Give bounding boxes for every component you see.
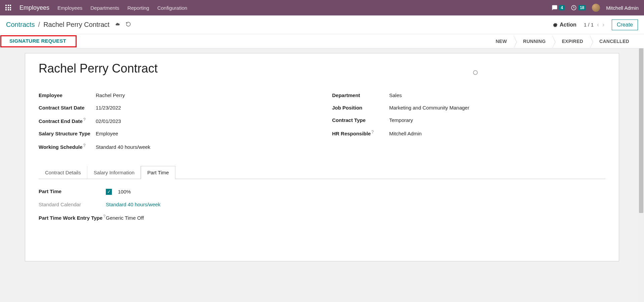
label-contract-type: Contract Type bbox=[332, 117, 389, 123]
label-hr-responsible: HR Responsible? bbox=[332, 130, 389, 136]
field-standard-calendar: Standard Calendar Standard 40 hours/week bbox=[39, 202, 605, 207]
nav-reporting[interactable]: Reporting bbox=[127, 5, 149, 11]
status-expired[interactable]: EXPIRED bbox=[552, 35, 590, 47]
value-department[interactable]: Sales bbox=[389, 92, 402, 98]
label-standard-calendar: Standard Calendar bbox=[39, 202, 106, 207]
nav-configuration[interactable]: Configuration bbox=[157, 5, 187, 11]
sheet-inner: Rachel Perry Contract Employee Rachel Pe… bbox=[39, 61, 605, 221]
field-part-time: Part Time ✓ 100% bbox=[39, 188, 605, 195]
value-part-time: ✓ 100% bbox=[106, 189, 131, 195]
value-contract-type[interactable]: Temporary bbox=[389, 117, 413, 123]
label-working-schedule: Working Schedule? bbox=[39, 143, 96, 150]
content-wrap: Rachel Perry Contract Employee Rachel Pe… bbox=[0, 48, 644, 302]
form-col-left: Employee Rachel Perry Contract Start Dat… bbox=[39, 92, 312, 157]
label-employee: Employee bbox=[39, 92, 96, 98]
messages-badge: 4 bbox=[559, 5, 565, 10]
tab-part-time[interactable]: Part Time bbox=[141, 166, 175, 179]
breadcrumb-sep: / bbox=[38, 21, 40, 29]
field-employee: Employee Rachel Perry bbox=[39, 92, 312, 98]
messages-indicator[interactable]: 4 bbox=[552, 5, 565, 11]
value-job-position[interactable]: Marketing and Community Manager bbox=[389, 105, 469, 111]
breadcrumb: Contracts / Rachel Perry Contract bbox=[6, 21, 131, 29]
kanban-state-indicator[interactable] bbox=[473, 70, 478, 75]
app-name[interactable]: Employees bbox=[19, 4, 49, 11]
tab-content-part-time: Part Time ✓ 100% Standard Calendar Stand… bbox=[39, 179, 605, 221]
label-salary-structure: Salary Structure Type bbox=[39, 131, 96, 136]
pager-value: 1 / 1 bbox=[584, 22, 594, 28]
field-working-schedule: Working Schedule? Standard 40 hours/week bbox=[39, 143, 312, 150]
value-working-schedule[interactable]: Standard 40 hours/week bbox=[96, 144, 151, 150]
field-end-date: Contract End Date? 02/01/2023 bbox=[39, 117, 312, 124]
action-label: Action bbox=[560, 22, 576, 28]
top-navbar: Employees Employees Departments Reportin… bbox=[0, 0, 644, 15]
value-end-date[interactable]: 02/01/2023 bbox=[96, 118, 121, 124]
value-hr-responsible[interactable]: Mitchell Admin bbox=[389, 131, 422, 136]
value-employee[interactable]: Rachel Perry bbox=[96, 92, 125, 98]
nav-employees[interactable]: Employees bbox=[57, 5, 82, 11]
field-hr-responsible: HR Responsible? Mitchell Admin bbox=[332, 130, 606, 136]
cloud-icon[interactable] bbox=[115, 22, 120, 28]
scrollbar[interactable] bbox=[638, 48, 644, 302]
form-sheet: Rachel Perry Contract Employee Rachel Pe… bbox=[25, 53, 619, 261]
label-start-date: Contract Start Date bbox=[39, 105, 96, 111]
clock-icon bbox=[571, 5, 577, 11]
label-part-time: Part Time bbox=[39, 188, 106, 194]
nav-departments[interactable]: Departments bbox=[90, 5, 119, 11]
value-standard-calendar[interactable]: Standard 40 hours/week bbox=[106, 202, 161, 207]
tab-salary-information[interactable]: Salary Information bbox=[87, 166, 141, 179]
apps-menu-icon[interactable] bbox=[5, 5, 11, 11]
control-right: Action 1 / 1 ‹ › Create bbox=[552, 19, 638, 30]
navbar-right: 4 18 Mitchell Admin bbox=[552, 4, 639, 12]
navbar-left: Employees Employees Departments Reportin… bbox=[5, 4, 187, 11]
label-work-entry-type: Part Time Work Entry Type? bbox=[39, 214, 106, 221]
field-work-entry-type: Part Time Work Entry Type? Generic Time … bbox=[39, 214, 605, 221]
record-title: Rachel Perry Contract bbox=[39, 61, 605, 76]
label-department: Department bbox=[332, 92, 389, 98]
pager-next-icon[interactable]: › bbox=[602, 21, 604, 28]
undo-icon[interactable] bbox=[126, 21, 131, 28]
gear-icon bbox=[552, 22, 558, 28]
breadcrumb-parent[interactable]: Contracts bbox=[6, 21, 35, 29]
field-start-date: Contract Start Date 11/23/2022 bbox=[39, 105, 312, 111]
user-name[interactable]: Mitchell Admin bbox=[606, 5, 639, 11]
scrollbar-thumb[interactable] bbox=[639, 48, 643, 213]
status-new[interactable]: NEW bbox=[486, 35, 514, 47]
value-start-date[interactable]: 11/23/2022 bbox=[96, 105, 121, 111]
pager: 1 / 1 ‹ › bbox=[584, 21, 604, 28]
control-bar: Contracts / Rachel Perry Contract Action… bbox=[0, 15, 644, 34]
form-grid: Employee Rachel Perry Contract Start Dat… bbox=[39, 92, 605, 157]
label-job-position: Job Position bbox=[332, 105, 389, 111]
field-salary-structure: Salary Structure Type Employee bbox=[39, 131, 312, 136]
label-end-date: Contract End Date? bbox=[39, 117, 96, 124]
statusbar: NEW RUNNING EXPIRED CANCELLED bbox=[486, 35, 644, 47]
form-col-right: Department Sales Job Position Marketing … bbox=[332, 92, 606, 157]
activities-indicator[interactable]: 18 bbox=[571, 5, 586, 11]
value-salary-structure[interactable]: Employee bbox=[96, 131, 118, 136]
field-job-position: Job Position Marketing and Community Man… bbox=[332, 105, 606, 111]
signature-request-button[interactable]: SIGNATURE REQUEST bbox=[9, 38, 66, 44]
field-contract-type: Contract Type Temporary bbox=[332, 117, 606, 123]
chat-icon bbox=[552, 5, 558, 11]
pager-prev-icon[interactable]: ‹ bbox=[597, 21, 599, 28]
tab-contract-details[interactable]: Contract Details bbox=[39, 166, 87, 179]
user-avatar[interactable] bbox=[592, 4, 600, 12]
create-button[interactable]: Create bbox=[612, 19, 638, 30]
value-work-entry-type[interactable]: Generic Time Off bbox=[106, 215, 144, 221]
breadcrumb-current: Rachel Perry Contract bbox=[43, 21, 110, 29]
signature-request-highlight: SIGNATURE REQUEST bbox=[0, 35, 77, 47]
activities-badge: 18 bbox=[578, 5, 586, 10]
status-cancelled[interactable]: CANCELLED bbox=[590, 35, 636, 47]
part-time-checkbox[interactable]: ✓ bbox=[106, 189, 112, 195]
statusbar-row: SIGNATURE REQUEST NEW RUNNING EXPIRED CA… bbox=[0, 34, 644, 48]
field-department: Department Sales bbox=[332, 92, 606, 98]
action-dropdown[interactable]: Action bbox=[552, 22, 576, 28]
status-running[interactable]: RUNNING bbox=[514, 35, 552, 47]
part-time-percent[interactable]: 100% bbox=[118, 189, 131, 195]
notebook-tabs: Contract Details Salary Information Part… bbox=[39, 166, 605, 179]
